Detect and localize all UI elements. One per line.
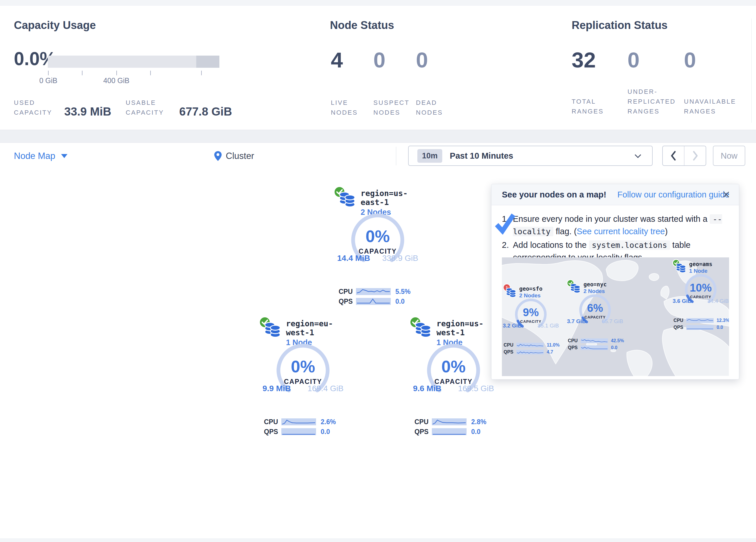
capacity-tick-label-400: 400 GiB: [93, 76, 140, 85]
region-metrics: CPU 5.5% QPS 0.0: [339, 287, 425, 306]
now-button[interactable]: Now: [713, 146, 745, 166]
view-selector-label: Node Map: [14, 151, 55, 161]
map-node-count[interactable]: 2 Nodes: [519, 293, 542, 299]
map-node-name: geo=nyc: [583, 281, 607, 288]
cpu-label: CPU: [568, 338, 581, 344]
capacity-tick-label-0: 0 GiB: [25, 76, 71, 85]
locality-tree-link[interactable]: See current locality tree: [577, 227, 665, 236]
database-stack-icon: [570, 282, 581, 294]
step-text: Add locations to the: [513, 240, 587, 249]
qps-value: 0.0: [395, 298, 405, 306]
gauge-used-value: 3.6 GiB: [673, 298, 691, 304]
map-node-header: geo=ams 1 Node: [672, 260, 729, 273]
qps-label: QPS: [568, 345, 581, 350]
nodes-on-map-popup: See your nodes on a map! Follow our conf…: [491, 184, 739, 380]
node-map-content: region=us-east-1 2 Nodes 0% CAPACITY 14.…: [0, 169, 756, 538]
step-text: ): [665, 227, 668, 236]
map-node-geo-sfo[interactable]: 1 geo=sfo 2 Nodes: [502, 285, 560, 356]
gauge-percent: 6%: [587, 302, 603, 315]
gauge-percent: 0%: [366, 226, 390, 246]
capacity-gauge: 0% CAPACITY 9.6 MiB 169.5 GiB: [422, 343, 485, 399]
database-stack-icon: [414, 320, 432, 339]
capacity-usage-title: Capacity Usage: [14, 19, 96, 32]
cpu-sparkline: [432, 418, 467, 426]
cockroachdb-overview-page: Capacity Usage Node Status Replication S…: [0, 0, 756, 542]
used-capacity-value: 33.9 MiB: [64, 105, 111, 119]
breadcrumb-label: Cluster: [226, 151, 254, 161]
close-icon[interactable]: [722, 190, 731, 199]
world-map: 1 geo=sfo 2 Nodes: [502, 257, 729, 376]
cpu-value: 2.8%: [471, 418, 486, 426]
map-node-geo-ams[interactable]: geo=ams 1 Node 10% CAPACITY: [672, 260, 729, 331]
time-forward-button[interactable]: [685, 146, 706, 165]
map-node-metrics: CPU 11.0% QPS: [504, 342, 560, 356]
qps-value: 0.0: [611, 345, 617, 350]
database-stack-icon: [505, 287, 517, 298]
location-pin-icon: [214, 151, 222, 161]
live-nodes-label: LIVE NODES: [331, 98, 373, 117]
capacity-tick: [116, 71, 117, 75]
top-strip: [0, 0, 756, 6]
unavailable-ranges-label: UNAVAILABLE RANGES: [684, 97, 740, 116]
cpu-value: 2.6%: [321, 418, 336, 426]
under-replicated-label: UNDER-REPLICATED RANGES: [627, 87, 684, 116]
map-node-metrics: CPU 42.5% QPS: [568, 337, 624, 351]
qps-sparkline: [281, 428, 316, 436]
qps-label: QPS: [339, 298, 356, 306]
region-header: region=us-east-1 2 Nodes: [330, 186, 425, 212]
bottom-strip: [0, 538, 756, 542]
cpu-label: CPU: [414, 418, 432, 426]
capacity-gauge: 0% CAPACITY 9.9 MiB 169.4 GiB: [271, 343, 335, 399]
gauge-percent: 9%: [523, 306, 539, 319]
capacity-gauge: 6% CAPACITY 3.7 GiB 65.7 GiB: [576, 294, 614, 328]
capacity-bar: [48, 56, 219, 68]
view-toolbar: Node Map Cluster 10m Past 10 Minutes: [0, 142, 756, 170]
usable-capacity-value: 677.8 GiB: [179, 105, 232, 119]
gauge-used-value: 14.4 MiB: [337, 253, 370, 263]
time-range-dropdown[interactable]: 10m Past 10 Minutes: [408, 146, 653, 166]
gauge-percent: 10%: [690, 282, 712, 294]
gauge-total-value: 338.9 GiB: [382, 253, 418, 263]
cpu-sparkline: [281, 418, 316, 426]
toolbar-divider: [396, 147, 396, 165]
gauge-total-value: 169.5 GiB: [458, 384, 494, 393]
qps-sparkline: [516, 350, 544, 355]
database-stack-icon: [338, 190, 357, 208]
map-node-header: 1 geo=sfo 2 Nodes: [502, 285, 560, 298]
breadcrumb[interactable]: Cluster: [214, 143, 254, 169]
region-node-us-west-1[interactable]: region=us-west-1 1 Node 0% CAPACITY 9.6 …: [406, 317, 501, 437]
used-capacity-label: USED CAPACITY: [14, 98, 57, 119]
qps-value: 4.7: [547, 350, 553, 355]
under-replicated-count: 0: [627, 47, 684, 72]
time-range-label: Past 10 Minutes: [450, 151, 513, 161]
capacity-tick: [150, 71, 151, 75]
region-node-eu-west-1[interactable]: region=eu-west-1 1 Node 0% CAPACITY 9.9 …: [255, 317, 351, 437]
map-node-geo-nyc[interactable]: geo=nyc 2 Nodes 6% CAPACITY: [566, 281, 624, 351]
capacity-gauge: 10% CAPACITY 3.6 GiB 34.4 GiB: [682, 274, 720, 307]
dead-nodes-label: DEAD NODES: [416, 98, 458, 117]
region-metrics: CPU 2.8% QPS 0.0: [414, 417, 501, 437]
suspect-nodes-label: SUSPECT NODES: [373, 98, 416, 117]
qps-label: QPS: [674, 325, 686, 330]
qps-sparkline: [581, 345, 608, 350]
caret-down-icon: [61, 154, 67, 158]
region-header: region=eu-west-1 1 Node: [255, 317, 351, 342]
gauge-used-value: 3.7 GiB: [567, 318, 586, 325]
map-node-count[interactable]: 2 Nodes: [583, 288, 607, 295]
region-name: region=us-east-1: [361, 189, 425, 207]
region-node-us-east-1[interactable]: region=us-east-1 2 Nodes 0% CAPACITY 14.…: [330, 186, 425, 306]
region-metrics: CPU 2.6% QPS 0.0: [264, 417, 351, 437]
time-back-button[interactable]: [663, 146, 685, 165]
time-range-badge: 10m: [417, 149, 442, 163]
cpu-value: 12.3%: [717, 318, 729, 323]
map-node-count[interactable]: 1 Node: [689, 268, 712, 274]
step-text: flag. (: [556, 227, 577, 236]
capacity-tick: [82, 71, 82, 75]
view-selector-dropdown[interactable]: Node Map: [14, 143, 67, 169]
total-ranges-label: TOTAL RANGES: [572, 97, 618, 116]
gauge-total-value: 34.4 GiB: [707, 298, 729, 304]
configuration-guide-link[interactable]: Follow our configuration guide: [617, 190, 729, 199]
cpu-sparkline: [686, 318, 714, 323]
qps-label: QPS: [264, 428, 281, 436]
total-ranges-count: 32: [572, 47, 627, 72]
